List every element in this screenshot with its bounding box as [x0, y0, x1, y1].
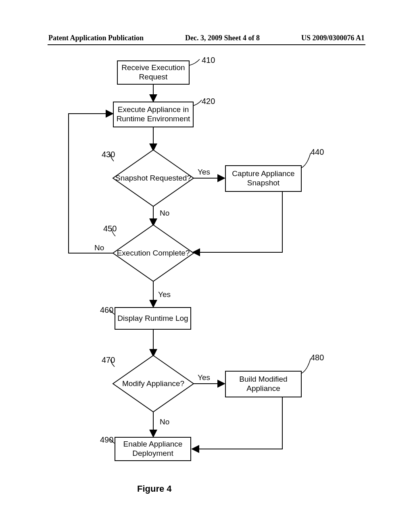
header-right: US 2009/0300076 A1 [301, 34, 365, 42]
decision-label: Snapshot Requested? [115, 174, 191, 183]
ref-410: 410 [202, 56, 215, 65]
step-enable-deployment: Enable Appliance Deployment [115, 437, 191, 461]
step-build-modified: Build Modified Appliance [225, 371, 302, 397]
step-label: Enable Appliance Deployment [117, 440, 189, 458]
ref-480: 480 [311, 353, 324, 362]
ref-450: 450 [103, 224, 117, 233]
ref-430: 430 [102, 150, 115, 159]
step-label: Build Modified Appliance [227, 375, 299, 393]
ref-420: 420 [202, 97, 215, 106]
label-no: No [160, 418, 169, 426]
label-no: No [94, 243, 104, 252]
decision-snapshot-requested: Snapshot Requested? [113, 150, 194, 206]
step-capture-snapshot: Capture Appliance Snapshot [225, 165, 302, 192]
header-center: Dec. 3, 2009 Sheet 4 of 8 [185, 34, 260, 42]
label-yes: Yes [198, 168, 210, 177]
step-label: Display Runtime Log [117, 314, 188, 323]
ref-460: 460 [100, 305, 113, 315]
step-execute-appliance: Execute Appliance in Runtime Environment [113, 102, 194, 127]
label-no: No [160, 209, 169, 218]
header-left: Patent Application Publication [48, 34, 144, 42]
step-receive-request: Receive Execution Request [117, 60, 190, 85]
label-yes: Yes [198, 373, 210, 382]
page-header: Patent Application Publication Dec. 3, 2… [0, 34, 413, 42]
decision-label: Modify Appliance? [122, 379, 184, 389]
step-label: Execute Appliance in Runtime Environment [115, 105, 191, 124]
decision-label: Execution Complete? [117, 249, 190, 258]
decision-execution-complete: Execution Complete? [113, 225, 194, 281]
flowchart: Receive Execution Request 410 Execute Ap… [0, 48, 413, 492]
ref-440: 440 [311, 148, 324, 157]
page: Patent Application Publication Dec. 3, 2… [0, 0, 413, 532]
label-yes: Yes [158, 290, 171, 299]
header-rule [48, 44, 365, 45]
step-display-log: Display Runtime Log [115, 307, 191, 330]
step-label: Capture Appliance Snapshot [227, 169, 299, 188]
ref-470: 470 [102, 355, 115, 365]
decision-modify-appliance: Modify Appliance? [113, 355, 194, 412]
figure-caption: Figure 4 [137, 484, 172, 494]
ref-490: 490 [100, 435, 113, 445]
step-label: Receive Execution Request [119, 63, 187, 82]
